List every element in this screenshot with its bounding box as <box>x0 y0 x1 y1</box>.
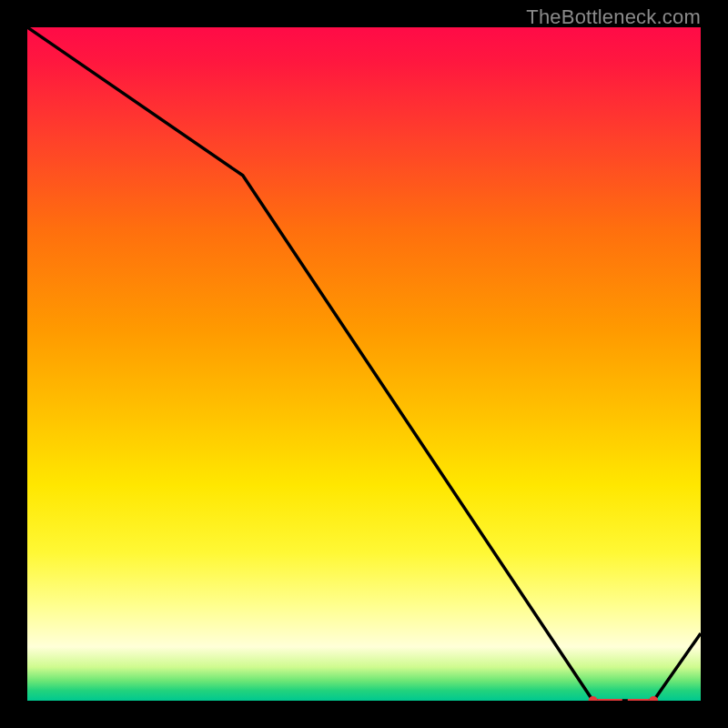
attribution-text: TheBottleneck.com <box>526 5 701 29</box>
marker-layer <box>27 27 701 701</box>
stage: TheBottleneck.com <box>0 0 728 728</box>
plot-area <box>27 27 701 701</box>
highlight-dot-end <box>649 696 658 701</box>
highlight-dot-start <box>589 696 598 701</box>
